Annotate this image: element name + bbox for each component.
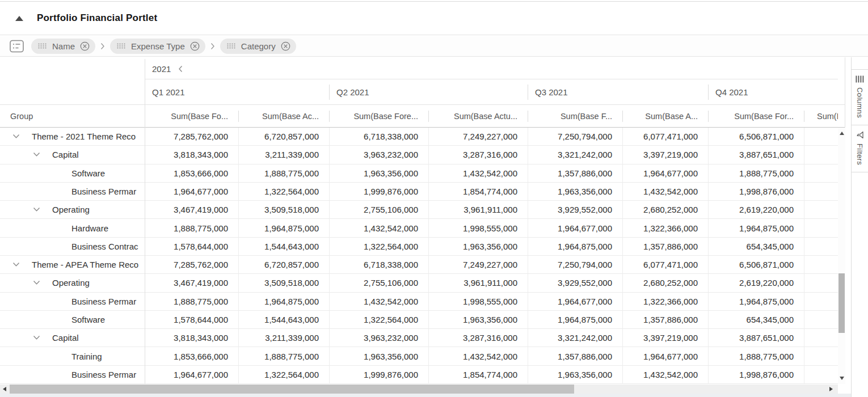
value-cell: 2,755,106,000 xyxy=(329,201,428,218)
value-cell: 3,887,651,000 xyxy=(708,329,804,347)
tab-label: Columns xyxy=(856,87,864,118)
column-header-measure-clipped[interactable]: Sum(B xyxy=(804,105,838,127)
value-cell: 1,544,643,000 xyxy=(238,311,329,328)
value-cell: 1,357,886,000 xyxy=(622,311,708,328)
value-cell: 1,999,876,000 xyxy=(329,183,428,200)
value-cell: 3,321,242,000 xyxy=(528,329,622,347)
value-cell: 1,998,555,000 xyxy=(428,293,528,310)
quarter-header-band: Q1 2021 Q2 2021 Q3 2021 Q4 2021 xyxy=(0,79,845,105)
table-row[interactable]: Business Permar1,964,677,0001,322,564,00… xyxy=(0,366,838,384)
table-row[interactable]: Capital3,818,343,0003,211,339,0003,963,2… xyxy=(0,146,838,164)
value-cell: 1,432,542,000 xyxy=(329,293,428,310)
collapse-year-icon[interactable] xyxy=(178,65,183,73)
scroll-left-icon[interactable] xyxy=(3,387,6,391)
horizontal-scrollbar[interactable] xyxy=(0,385,838,394)
column-divider xyxy=(145,59,145,384)
value-cell: 1,964,875,000 xyxy=(528,311,622,328)
chip-label: Expense Type xyxy=(131,41,185,51)
value-cell: 2,619,220,000 xyxy=(708,274,804,292)
scroll-right-icon[interactable] xyxy=(829,387,833,391)
year-label: 2021 xyxy=(152,64,171,74)
value-cell-clipped xyxy=(804,347,838,365)
table-row[interactable]: Business Permar1,964,677,0001,322,564,00… xyxy=(0,183,838,201)
table-row[interactable]: Software1,578,644,0001,544,643,0001,322,… xyxy=(0,311,838,329)
value-cell: 1,853,666,000 xyxy=(145,347,238,365)
expand-row-icon[interactable] xyxy=(12,262,20,267)
table-row[interactable]: Operating3,467,419,0003,509,518,0002,755… xyxy=(0,201,838,219)
column-divider xyxy=(238,128,239,384)
remove-chip-icon[interactable] xyxy=(80,41,90,51)
vertical-scrollbar-thumb[interactable] xyxy=(838,273,845,333)
value-cell: 3,961,911,000 xyxy=(428,201,528,218)
column-header-measure[interactable]: Sum(Base Ac... xyxy=(238,105,329,127)
value-cell: 1,964,677,000 xyxy=(622,347,708,365)
group-label: Capital xyxy=(52,150,79,159)
table-row[interactable]: Capital3,818,343,0003,211,339,0003,963,2… xyxy=(0,329,838,347)
expand-row-icon[interactable] xyxy=(12,134,20,139)
column-header-measure[interactable]: Sum(Base Fore... xyxy=(329,105,428,127)
remove-chip-icon[interactable] xyxy=(190,41,200,51)
value-cell: 3,929,552,000 xyxy=(528,274,622,292)
value-cell: 1,963,356,000 xyxy=(528,366,622,383)
table-row[interactable]: Business Contrac1,578,644,0001,544,643,0… xyxy=(0,238,838,256)
value-cell: 2,619,220,000 xyxy=(708,201,804,218)
scroll-up-icon[interactable] xyxy=(840,132,844,135)
value-cell-clipped xyxy=(804,146,838,163)
value-cell: 1,854,774,000 xyxy=(428,183,528,200)
column-header-measure[interactable]: Sum(Base For... xyxy=(708,105,804,127)
table-row[interactable]: Training1,853,666,0001,888,775,0001,963,… xyxy=(0,347,838,365)
group-label: Training xyxy=(71,352,102,361)
table-row[interactable]: Software1,853,666,0001,888,775,0001,963,… xyxy=(0,164,838,183)
table-row[interactable]: Business Permar1,888,775,0001,964,875,00… xyxy=(0,293,838,311)
tab-filters[interactable]: Filters xyxy=(852,125,868,172)
expand-row-icon[interactable] xyxy=(33,152,41,157)
value-cell: 1,432,542,000 xyxy=(428,164,528,182)
drag-handle-icon[interactable] xyxy=(117,43,126,49)
tab-columns[interactable]: Columns xyxy=(852,69,868,125)
table-row[interactable]: Theme - APEA Theme Reco7,285,762,0006,72… xyxy=(0,256,838,274)
group-label: Business Permar xyxy=(71,370,136,379)
value-cell-clipped xyxy=(804,366,838,383)
expand-row-icon[interactable] xyxy=(33,335,41,340)
group-chip-category[interactable]: Category xyxy=(220,39,296,54)
value-cell: 3,287,316,000 xyxy=(428,146,528,163)
collapse-panel-icon[interactable] xyxy=(15,16,23,21)
column-header-measure[interactable]: Sum(Base Actu... xyxy=(428,105,528,127)
value-cell: 1,999,876,000 xyxy=(329,366,428,383)
chip-label: Category xyxy=(241,41,276,51)
horizontal-scrollbar-thumb[interactable] xyxy=(10,385,574,394)
table-row[interactable]: Theme - 2021 Theme Reco7,285,762,0006,72… xyxy=(0,128,838,146)
value-cell: 1,578,644,000 xyxy=(145,238,238,255)
group-chip-name[interactable]: Name xyxy=(31,39,95,54)
column-header-group[interactable]: Group xyxy=(0,105,145,127)
value-cell: 1,322,366,000 xyxy=(622,293,708,310)
list-settings-icon xyxy=(10,40,24,53)
vertical-scrollbar[interactable] xyxy=(838,128,845,384)
remove-chip-icon[interactable] xyxy=(281,41,290,51)
group-label: Business Permar xyxy=(71,297,136,306)
column-header-measure[interactable]: Sum(Base A... xyxy=(622,105,708,127)
group-chip-expense-type[interactable]: Expense Type xyxy=(110,39,205,54)
expand-row-icon[interactable] xyxy=(33,280,41,285)
group-label: Capital xyxy=(52,333,79,343)
drag-handle-icon[interactable] xyxy=(227,43,236,49)
value-cell: 1,432,542,000 xyxy=(428,347,528,365)
page-title: Portfolio Financial Portlet xyxy=(37,12,157,24)
value-cell: 6,506,871,000 xyxy=(708,128,804,145)
drag-handle-icon[interactable] xyxy=(38,43,47,49)
value-cell: 1,322,564,000 xyxy=(329,311,428,328)
value-cell: 6,718,338,000 xyxy=(329,128,428,145)
table-row[interactable]: Hardware1,888,775,0001,964,875,0001,432,… xyxy=(0,219,838,237)
expand-row-icon[interactable] xyxy=(33,207,41,212)
year-header-band: 2021 xyxy=(0,59,845,79)
column-divider xyxy=(708,128,709,384)
scroll-down-icon[interactable] xyxy=(840,377,844,380)
value-cell: 3,818,343,000 xyxy=(145,329,238,347)
column-header-measure[interactable]: Sum(Base F... xyxy=(528,105,622,127)
quarter-header-q1: Q1 2021 xyxy=(145,79,329,104)
table-row[interactable]: Operating3,467,419,0003,509,518,0002,755… xyxy=(0,274,838,292)
value-cell: 1,888,775,000 xyxy=(145,219,238,236)
column-header-measure[interactable]: Sum(Base Fo... xyxy=(145,105,238,127)
group-settings-button[interactable] xyxy=(10,40,24,53)
value-cell: 1,544,643,000 xyxy=(238,238,329,255)
